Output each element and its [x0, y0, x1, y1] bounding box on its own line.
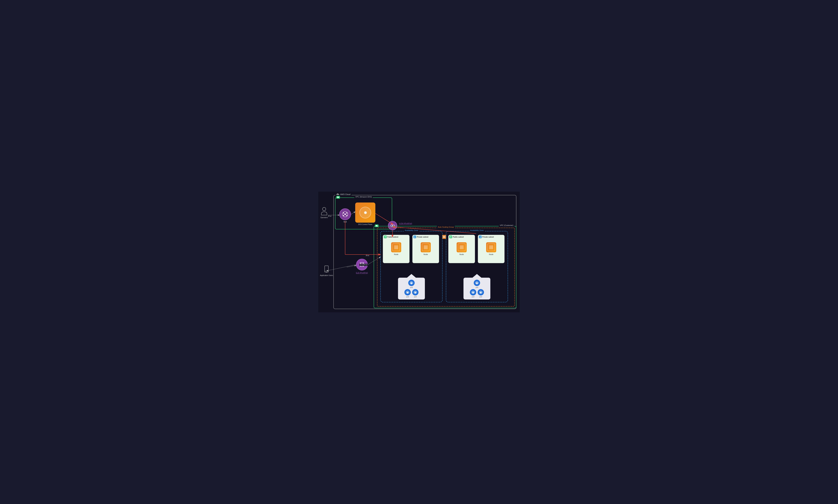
svg-line-7 [345, 213, 347, 214]
private-subnet-icon-right [479, 236, 482, 238]
public-subnet-icon-left [384, 236, 387, 238]
pod-icon-left-2 [404, 289, 411, 295]
ipv4-label-2: IPv4 [365, 254, 370, 257]
node-chip-public-left [391, 242, 401, 252]
node-chip-private-right [486, 242, 496, 252]
pods-bottom-right: pod pod [470, 289, 484, 298]
svg-rect-17 [444, 237, 445, 238]
availability-zone-right: Availability Zone Public subnet [446, 231, 508, 302]
pod-icon-right-2 [470, 289, 476, 295]
node-label-private-left: Node [423, 253, 428, 255]
vpc-customer-label: VPC (Customer) [499, 224, 514, 226]
svg-rect-19 [480, 237, 481, 238]
pod-icon-left-1 [408, 280, 415, 286]
private-subnet-left: Private subnet Node [412, 235, 439, 263]
availability-zone-left: Availability Zone Public subnet [380, 231, 442, 302]
node-label-public-left: Node [394, 253, 398, 255]
pod-icon-right-3 [477, 289, 484, 295]
pods-house-left: pod pod pod [398, 278, 425, 300]
node-chip-public-right [457, 242, 467, 252]
app-user-figure: Application Users [320, 266, 333, 276]
public-subnet-icon-right [449, 236, 452, 238]
node-chip-private-left [421, 242, 431, 252]
pods-top-right: pod [474, 280, 480, 288]
private-subnet-icon-left [414, 236, 416, 238]
operator-svg [320, 207, 328, 216]
asg-icon [442, 235, 446, 239]
eks-k8s-logo: ⎈ [360, 207, 371, 218]
pods-bottom-left: pod pod [404, 289, 419, 298]
nlb-circle [339, 209, 351, 220]
eks-control-plane-label: EKS Control Plane [352, 223, 379, 225]
node-container-public-left: Node [383, 242, 409, 255]
pod-icon-right-1 [474, 280, 480, 286]
ipv4ipv6-label: IPv4/IPv6 [360, 264, 368, 266]
pods-top-left: pod [408, 280, 415, 288]
node-label-private-right: Node [489, 253, 493, 255]
node-container-private-left: Node [413, 242, 439, 255]
public-subnet-right: Public subnet Node [448, 235, 475, 263]
public-subnet-left: Public subnet Node [383, 235, 409, 263]
ipv4-label-1: IPv4 [328, 215, 332, 217]
svg-rect-14 [443, 236, 444, 237]
svg-rect-18 [415, 237, 415, 238]
operator-figure: Operators [320, 207, 328, 218]
svg-point-27 [363, 263, 364, 264]
node-container-private-right: Node [478, 242, 504, 255]
house-shape-right: pod pod pod [464, 278, 490, 300]
eks-control-plane-icon: ⎈ [355, 202, 376, 223]
vpc-eks-icon [336, 196, 340, 199]
house-shape-left: pod pod pod [398, 278, 425, 300]
diagram-container: AWS Cloud VPC (Amazon EKS) NLB [318, 192, 520, 312]
node-container-public-right: Node [448, 242, 475, 255]
elb-label: ELB (IPv4/IPv6) [354, 272, 369, 274]
pod-icon-left-3 [412, 289, 419, 295]
nlb-label: NLB [339, 221, 351, 223]
svg-rect-16 [443, 237, 444, 238]
svg-line-9 [345, 214, 347, 216]
svg-point-34 [322, 208, 326, 211]
aws-cloud-label: AWS Cloud [335, 193, 351, 196]
svg-line-6 [344, 213, 345, 214]
pods-house-right: pod pod pod [464, 278, 490, 300]
vpc-eks-label: VPC (Amazon EKS) [354, 196, 373, 198]
svg-rect-15 [444, 236, 445, 237]
svg-line-8 [344, 214, 345, 216]
svg-point-26 [360, 263, 361, 264]
xeni-label: X-ENI (IPv4/IPv6) [399, 223, 412, 224]
svg-point-37 [326, 272, 327, 273]
private-subnet-right: Private subnet Node [478, 235, 505, 263]
az-left-label: Availability Zone [404, 229, 419, 231]
nlb-network-icon [342, 211, 348, 217]
node-label-public-right: Node [459, 253, 464, 255]
phone-svg [324, 266, 329, 274]
asg-label: Auto Scaling Group [437, 226, 455, 228]
vpc-customer-icon [375, 224, 379, 227]
scaling-icon [443, 236, 446, 238]
az-right-label: Availability Zone [469, 229, 485, 231]
cloud-icon [336, 193, 339, 196]
